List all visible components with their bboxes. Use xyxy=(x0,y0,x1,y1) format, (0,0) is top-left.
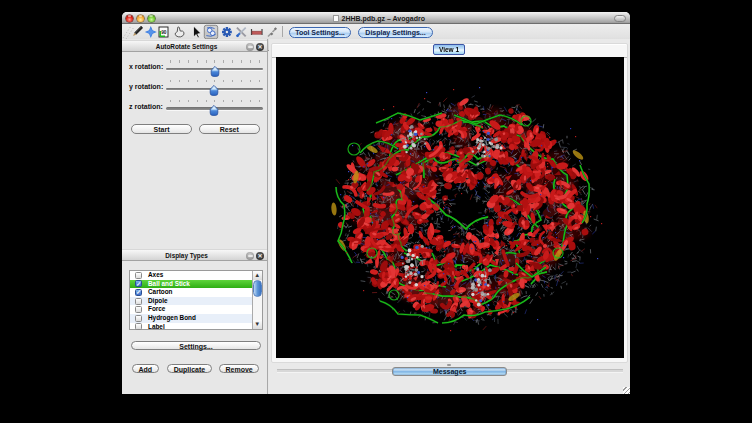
svg-text:90: 90 xyxy=(161,30,167,35)
